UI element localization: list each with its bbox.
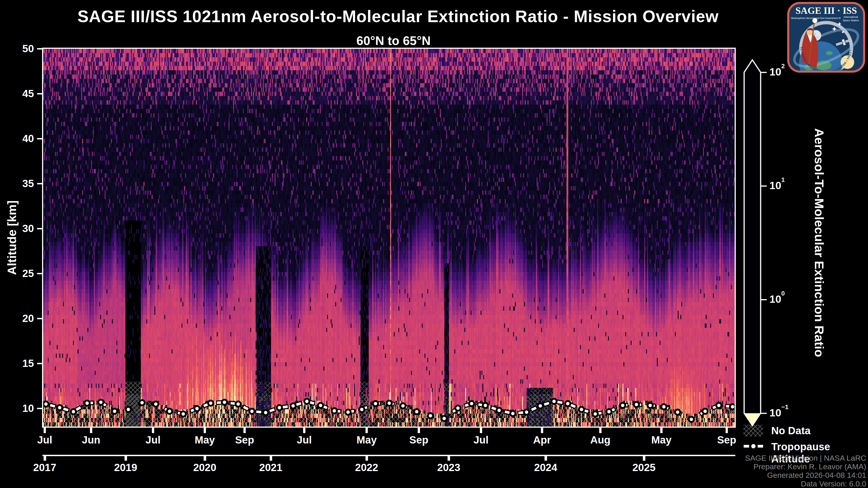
month-tick-label: Jul [133, 434, 174, 446]
month-tick-label: Jul [24, 434, 65, 446]
tropopause-marker [85, 400, 90, 406]
year-tick [447, 455, 450, 461]
colorbar-label: Aerosol-To-Molecular Extinction Ratio [812, 128, 827, 357]
y-tick [37, 408, 43, 409]
tropopause-marker [552, 399, 557, 404]
logo-subtitle-right-1: International [844, 15, 858, 18]
tropopause-marker [153, 401, 158, 407]
tropopause-marker [126, 407, 131, 412]
tropopause-marker [497, 408, 502, 413]
month-tick [43, 428, 46, 433]
y-tick-label: 50 [0, 42, 34, 55]
attribution-preparer: Preparer: Kevin R. Leavor (AMA) [745, 462, 866, 471]
tropopause-marker [222, 400, 227, 405]
tropopause-marker [730, 404, 735, 410]
tropopause-marker [607, 409, 612, 414]
tropopause-altitude-line [43, 49, 735, 427]
attribution-block: SAGE III/ISS Mission | NASA LaRC Prepare… [745, 454, 866, 488]
tropopause-marker [277, 405, 282, 410]
tropopause-marker [483, 403, 488, 408]
month-tick-label: Jun [71, 434, 112, 446]
tropopause-marker [290, 403, 296, 409]
colorbar-tick [761, 72, 767, 73]
attribution-mission: SAGE III/ISS Mission | NASA LaRC [745, 454, 866, 462]
month-tick [90, 428, 92, 433]
tropopause-marker [181, 412, 186, 417]
month-tick-label: Sep [706, 434, 747, 446]
month-tick [366, 428, 368, 433]
month-tick [660, 428, 662, 433]
month-tick-label: Apr [522, 434, 562, 446]
colorbar-tick [761, 299, 767, 300]
tropopause-marker [140, 400, 145, 405]
y-tick-label: 30 [0, 222, 34, 234]
colorbar [735, 52, 778, 434]
tropopause-marker [57, 405, 62, 410]
month-tick [480, 428, 482, 433]
year-tick [270, 455, 272, 461]
tropopause-marker [43, 401, 49, 407]
month-tick [204, 428, 206, 433]
attribution-version: Data Version: 6.0.0 [745, 480, 866, 488]
tropopause-marker [620, 403, 625, 408]
month-tick-label: Aug [580, 434, 621, 446]
y-tick [37, 228, 43, 229]
year-tick-label: 2017 [20, 461, 70, 474]
month-tick [599, 428, 601, 433]
tropopause-marker [524, 410, 529, 415]
tropopause-marker [98, 400, 103, 405]
colorbar-tick-label: 100 [770, 293, 785, 305]
year-tick [366, 455, 368, 461]
tropopause-marker [400, 403, 405, 409]
year-tick-label: 2019 [101, 461, 151, 474]
tropopause-marker [648, 403, 653, 408]
tropopause-marker [112, 409, 117, 414]
month-tick-label: Jul [461, 434, 501, 446]
tropopause-marker [455, 405, 460, 411]
tropopause-marker [565, 401, 570, 406]
figure-root: SAGE III/ISS 1021nm Aerosol-to-Molecular… [0, 0, 868, 488]
y-tick-label: 10 [0, 402, 34, 414]
y-tick-label: 15 [0, 357, 34, 369]
attribution-generated: Generated 2026-04-08 14:01 [745, 471, 866, 480]
month-tick [152, 428, 154, 433]
month-tick-label: Sep [224, 434, 265, 446]
tropopause-marker [689, 417, 694, 422]
month-tick [303, 428, 305, 433]
tropopause-marker [469, 401, 474, 406]
colorbar-gradient [744, 60, 761, 426]
y-axis-label: Altitude [km] [5, 200, 19, 275]
page-title: SAGE III/ISS 1021nm Aerosol-to-Molecular… [43, 7, 753, 26]
y-tick [37, 138, 43, 139]
month-tick-label: May [184, 434, 225, 446]
y-tick-label: 35 [0, 177, 34, 190]
year-tick-label: 2020 [180, 461, 230, 474]
colorbar-tick-label: 102 [770, 66, 785, 78]
month-tick-label: Jul [284, 434, 324, 446]
tropopause-marker [345, 410, 350, 415]
tropopause-marker [387, 400, 392, 406]
tropopause-marker [208, 400, 213, 406]
logo-title: SAGE III · ISS [796, 5, 857, 16]
tropopause-marker [194, 406, 199, 411]
year-tick [43, 455, 46, 461]
month-tick [541, 428, 543, 433]
month-tick-label: Sep [399, 434, 439, 446]
month-tick-label: May [346, 434, 387, 446]
page-subtitle: 60°N to 65°N [43, 33, 744, 48]
y-tick [37, 48, 43, 50]
tropopause-marker [263, 410, 268, 415]
tropopause-marker [332, 408, 337, 414]
tropopause-marker [249, 409, 254, 414]
tropopause-marker [538, 403, 543, 409]
y-tick-label: 40 [0, 132, 34, 144]
tropopause-marker [716, 403, 721, 408]
year-tick [545, 455, 547, 461]
tropopause-marker [304, 399, 309, 404]
tropopause-marker [579, 407, 584, 412]
tropopause-marker [359, 407, 364, 412]
sage-iii-iss-logo: BALL • NASA LANGLEY RESEARCH CENTER • TA… [787, 2, 866, 73]
tropopause-marker [661, 404, 666, 410]
y-tick [37, 183, 43, 184]
logo-subtitle-left: Stratospheric Aerosol and Gas Experiment… [791, 17, 841, 20]
